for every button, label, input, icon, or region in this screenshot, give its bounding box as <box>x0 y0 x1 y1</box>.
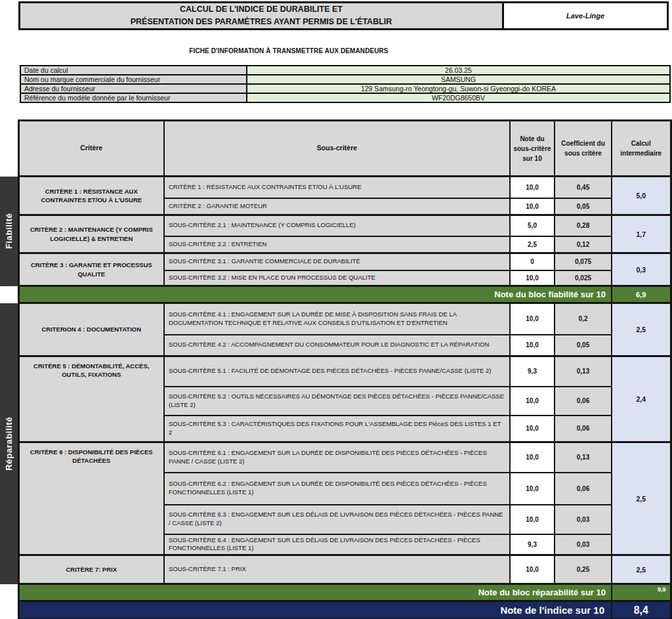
crit6-sub2-coef: 0,06 <box>555 473 612 505</box>
row-crit7-sub1: CRITÈRE 7: PRIX SOUS-CRITÈRE 7.1 : PRIX … <box>0 555 671 584</box>
crit4-sub2-label: SOUS-CRITÈRE 4.2 : ACCOMPAGNEMENT DU CON… <box>164 335 510 356</box>
crit1-sub1-note: 10,0 <box>510 177 555 198</box>
crit2-sub2-note: 2,5 <box>510 236 555 253</box>
reparabilite-block-note-label: Note du bloc réparabilité sur 10 <box>18 584 612 601</box>
crit1-calc: 5,0 <box>612 177 671 215</box>
row-crit3-sub1: CRITÈRE 3 : GARANTIE ET PROCESSUS QUALIT… <box>0 253 671 270</box>
score-table-header-row: Critère Sous-critère Note du sous-critèr… <box>0 121 671 177</box>
product-category-box: Lave-Linge <box>502 1 669 30</box>
product-category-label: Lave-Linge <box>566 12 604 20</box>
crit3-sub1-label: SOUS-CRITÈRE 3.1 : GARANTIE COMMERCIALE … <box>164 253 510 270</box>
crit4-sub1-label: SOUS-CRITÈRE 4.1 : ENGAGEMENT SUR LA DUR… <box>164 303 510 335</box>
fiabilite-block-note-value: 6,9 <box>612 286 671 303</box>
crit3-sub2-label: SOUS-CRITÈRE 3.2 : MISE EN PLACE D'UN PR… <box>164 270 510 286</box>
reparabilite-side-strip: Réparabilité <box>0 303 18 584</box>
crit2-calc: 1,7 <box>612 215 671 253</box>
info-value-address: 129 Samsung-ro Yeongtong-gu, Suwon-si Gy… <box>247 84 670 93</box>
crit5-sub3-note: 10,0 <box>510 416 555 442</box>
crit5-sub1-label: SOUS-CRITÈRE 5.1 : FACILITÉ DE DÉMONTAGE… <box>164 356 510 387</box>
crit7-sub1-coef: 0,25 <box>555 555 612 584</box>
final-score-label: Note de l'indice sur 10 <box>18 601 612 619</box>
crit2-sub2-label: SOUS-CRITÈRE 2.2 : ENTRETIEN <box>164 236 510 253</box>
col-header-calcul: Calcul intermediaire <box>612 121 671 177</box>
crit7-calc: 2,5 <box>612 555 671 584</box>
info-value-date: 26.03.25 <box>247 66 670 75</box>
fiabilite-side-label: Fiabilité <box>4 213 14 249</box>
info-value-model: WF20DG8650BV <box>247 93 670 102</box>
crit5-sub1-coef: 0,13 <box>555 356 612 387</box>
crit6-sub3-label: SOUS-CRITÈRE 6.3 : ENGAGEMENT SUR LES DÉ… <box>164 505 510 534</box>
col-header-note: Note du sous-critère sur 10 <box>510 121 555 177</box>
durability-index-sheet: CALCUL DE L'INDICE DE DURABILITE ET PRÉS… <box>0 0 672 619</box>
crit3-label: CRITÈRE 3 : GARANTIE ET PROCESSUS QUALIT… <box>18 253 164 286</box>
info-value-brand: SAMSUNG <box>247 75 670 84</box>
crit6-sub1-coef: 0,13 <box>555 442 612 473</box>
crit6-calc: 2,5 <box>612 442 671 555</box>
crit6-sub3-coef: 0,03 <box>555 505 612 534</box>
info-row-model: Référence du modèle donnée par le fourni… <box>20 93 670 102</box>
crit6-sub2-note: 10,0 <box>510 473 555 505</box>
col-header-critere: Critère <box>18 121 164 177</box>
crit3-sub2-coef: 0,025 <box>555 270 612 286</box>
crit5-label: CRITÈRE 5 : DÉMONTABILITÉ, ACCÈS, OUTILS… <box>18 356 164 442</box>
row-crit4-sub1: Réparabilité CRITERION 4 : DOCUMENTATION… <box>0 303 671 335</box>
crit6-sub3-note: 10,0 <box>510 505 555 534</box>
row-crit5-sub1: CRITÈRE 5 : DÉMONTABILITÉ, ACCÈS, OUTILS… <box>0 356 671 387</box>
crit5-sub3-label: SOUS-CRITÈRE 5.3 : CARACTÉRISTIQUES DES … <box>164 416 510 442</box>
reparabilite-block-note-value: 9,9 <box>612 584 671 601</box>
col-header-sous-critere: Sous-critère <box>164 121 510 177</box>
crit2-sub2-coef: 0,12 <box>555 236 612 253</box>
crit7-sub1-note: 10,0 <box>510 555 555 584</box>
crit4-calc: 2,5 <box>612 303 671 356</box>
document-title-line1: CALCUL DE L'INDICE DE DURABILITE ET <box>180 3 343 16</box>
crit4-label: CRITERION 4 : DOCUMENTATION <box>18 303 164 356</box>
info-label-model: Référence du modèle donnée par le fourni… <box>20 93 247 102</box>
crit1-sub1-label: CRITÈRE 1 : RÉSISTANCE AUX CONTRAINTES E… <box>164 177 510 198</box>
fiabilite-note-gap-cell <box>0 286 18 303</box>
crit6-sub1-label: SOUS-CRITÈRE 6.1 : ENGAGEMENT SUR LA DUR… <box>164 442 510 473</box>
row-crit1-sub1: Fiabilité CRITÈRE 1 : RÉSISTANCE AUX CON… <box>0 177 671 198</box>
col-header-coefficient: Coefficient du sous critère <box>555 121 612 177</box>
crit2-sub1-label: SOUS-CRITÈRE 2.1 : MAINTENANCE (Y COMPRI… <box>164 215 510 236</box>
info-row-brand: Nom ou marque commerciale du fournisseur… <box>20 75 670 84</box>
crit2-sub1-coef: 0,28 <box>555 215 612 236</box>
crit7-sub1-label: SOUS-CRITÈRE 7.1 : PRIX <box>164 555 510 584</box>
document-title-line2: PRÉSENTATION DES PARAMÈTRES AYANT PERMIS… <box>131 16 392 28</box>
final-gap-cell <box>0 601 18 619</box>
crit1-label: CRITÈRE 1 : RÉSISTANCE AUX CONTRAINTES E… <box>18 177 164 215</box>
crit5-sub2-note: 10,0 <box>510 387 555 416</box>
reparabilite-note-gap-cell <box>0 584 18 601</box>
info-row-date: Date du calcul 26.03.25 <box>20 66 670 75</box>
row-final-score: Note de l'indice sur 10 8,4 <box>0 601 671 619</box>
crit6-sub1-note: 10,0 <box>510 442 555 473</box>
document-subtitle: FICHE D'INFORMATION À TRANSMETTRE AUX DE… <box>0 47 578 54</box>
crit6-label: CRITÈRE 6 : DISPONIBILITÉ DES PIÈCES DÉT… <box>18 442 164 555</box>
crit4-sub2-coef: 0,05 <box>555 335 612 356</box>
row-crit6-sub1: CRITÈRE 6 : DISPONIBILITÉ DES PIÈCES DÉT… <box>0 442 671 473</box>
score-table: Critère Sous-critère Note du sous-critèr… <box>0 119 672 619</box>
crit1-sub2-note: 10,0 <box>510 198 555 215</box>
crit3-sub1-coef: 0,075 <box>555 253 612 270</box>
crit6-sub4-coef: 0,03 <box>555 534 612 555</box>
final-score-value: 8,4 <box>612 601 671 619</box>
crit2-label: CRITÈRE 2 : MAINTENANCE (Y COMPRIS LOGIC… <box>18 215 164 253</box>
crit5-sub2-label: SOUS-CRITÈRE 5.2 : OUTILS NÉCESSAIRES AU… <box>164 387 510 416</box>
crit4-sub2-note: 10,0 <box>510 335 555 356</box>
supplier-info-table: Date du calcul 26.03.25 Nom ou marque co… <box>20 65 671 103</box>
document-title-box: CALCUL DE L'INDICE DE DURABILITE ET PRÉS… <box>18 1 504 30</box>
info-label-address: Adresse du fournisseur <box>20 84 247 93</box>
row-reparabilite-block-note: Note du bloc réparabilité sur 10 9,9 <box>0 584 671 601</box>
crit6-sub2-label: SOUS-CRITÈRE 6.2 : ENGAGEMENT SUR LA DUR… <box>164 473 510 505</box>
fiabilite-side-strip: Fiabilité <box>0 177 18 286</box>
crit7-label: CRITÈRE 7: PRIX <box>18 555 164 584</box>
crit6-sub4-note: 9,3 <box>510 534 555 555</box>
crit3-calc: 0,3 <box>612 253 671 286</box>
info-label-brand: Nom ou marque commerciale du fournisseur <box>20 75 247 84</box>
page-header: CALCUL DE L'INDICE DE DURABILITE ET PRÉS… <box>18 1 669 30</box>
header-gap-cell <box>0 121 18 177</box>
row-crit2-sub1: CRITÈRE 2 : MAINTENANCE (Y COMPRIS LOGIC… <box>0 215 671 236</box>
crit5-sub3-coef: 0,06 <box>555 416 612 442</box>
reparabilite-side-label: Réparabilité <box>4 417 14 471</box>
crit3-sub2-note: 10,0 <box>510 270 555 286</box>
crit5-calc: 2,4 <box>612 356 671 442</box>
